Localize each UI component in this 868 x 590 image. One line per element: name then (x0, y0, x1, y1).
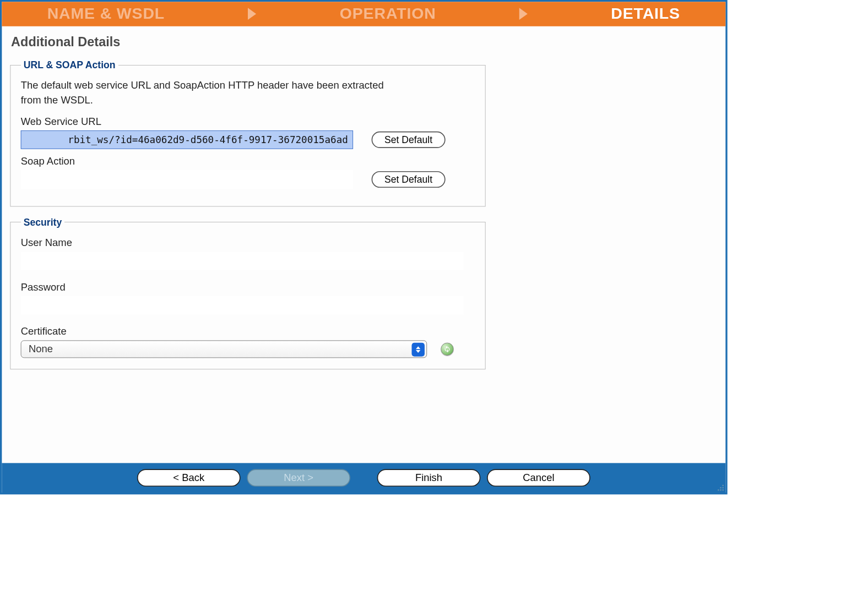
certificate-label: Certificate (21, 325, 475, 337)
next-button: Next > (247, 469, 350, 487)
cancel-button[interactable]: Cancel (487, 469, 590, 487)
password-input[interactable] (21, 296, 464, 315)
content-area: Additional Details URL & SOAP Action The… (2, 26, 725, 463)
finish-button[interactable]: Finish (377, 469, 481, 487)
select-arrows-icon (411, 342, 424, 356)
page-title: Additional Details (11, 35, 717, 50)
soap-action-label: Soap Action (21, 155, 475, 167)
wizard-step-operation: OPERATION (340, 4, 436, 23)
password-label: Password (21, 281, 475, 293)
chevron-right-icon (246, 7, 258, 20)
web-service-url-input[interactable] (21, 130, 353, 149)
wizard-breadcrumb: NAME & WSDL OPERATION DETAILS (2, 2, 725, 26)
certificate-select-value: None (29, 343, 53, 355)
set-default-soap-action-button[interactable]: Set Default (372, 171, 446, 188)
soap-action-input[interactable] (21, 170, 353, 189)
security-legend: Security (21, 217, 65, 228)
wizard-step-details: DETAILS (611, 4, 680, 23)
wizard-window: NAME & WSDL OPERATION DETAILS Additional… (0, 0, 728, 494)
refresh-icon[interactable] (441, 342, 453, 355)
wizard-step-name-wsdl: NAME & WSDL (47, 4, 165, 23)
security-group: Security User Name Password Certificate … (10, 217, 485, 369)
url-soap-description: The default web service URL and SoapActi… (21, 78, 404, 107)
back-button[interactable]: < Back (137, 469, 241, 487)
url-soap-legend: URL & SOAP Action (21, 59, 118, 70)
web-service-url-label: Web Service URL (21, 116, 475, 128)
resize-grip-icon[interactable] (715, 483, 724, 491)
chevron-right-icon (518, 7, 530, 20)
set-default-url-button[interactable]: Set Default (372, 132, 446, 148)
wizard-footer: < Back Next > Finish Cancel (2, 463, 725, 493)
certificate-select[interactable]: None (21, 340, 427, 358)
user-name-input[interactable] (21, 252, 464, 270)
url-soap-group: URL & SOAP Action The default web servic… (10, 59, 485, 206)
user-name-label: User Name (21, 237, 475, 249)
